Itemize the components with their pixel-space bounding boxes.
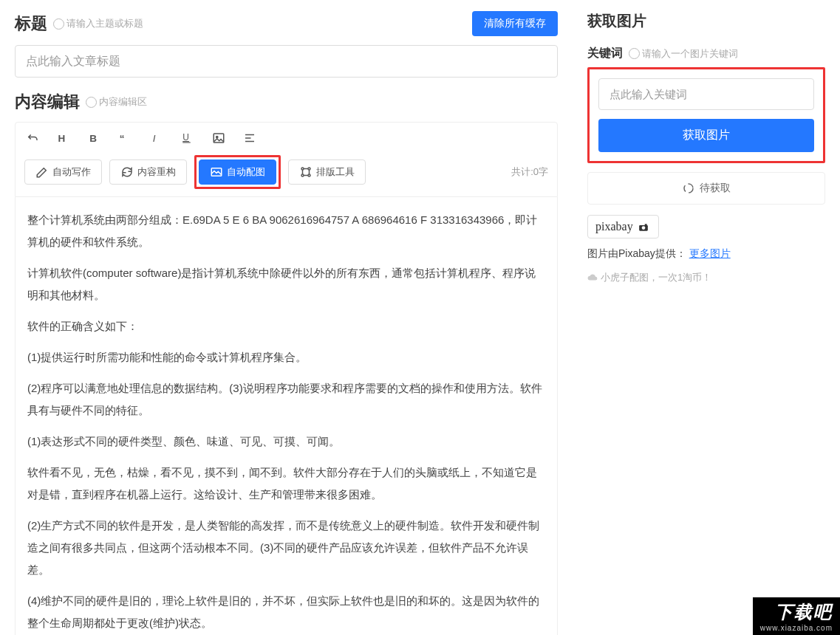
content-rebuild-button[interactable]: 内容重构: [109, 159, 187, 185]
pencil-icon: [35, 165, 49, 179]
content-label: 内容编辑: [15, 91, 80, 113]
sidebar-title: 获取图片: [587, 11, 825, 31]
svg-text:“: “: [120, 133, 125, 144]
editor-paragraph: (2)生产方式不同的软件是开发，是人类智能的高发挥，而不是传统意义上的硬件制造。…: [27, 515, 545, 581]
image-icon[interactable]: [211, 130, 227, 146]
more-images-link[interactable]: 更多图片: [689, 247, 731, 259]
editor-paragraph: 软件看不见，无色，枯燥，看不见，摸不到，闻不到。软件大部分存在于人们的头脑或纸上…: [27, 461, 545, 506]
main-panel: 标题 请输入主题或标题 清除所有缓存 内容编辑 内容编辑区 H B “ I U …: [0, 0, 573, 635]
clear-cache-button[interactable]: 清除所有缓存: [472, 11, 558, 36]
editor-paragraph: (1)提供运行时所需功能和性能的命令或计算机程序集合。: [27, 346, 545, 368]
undo-icon[interactable]: [24, 130, 41, 146]
word-counter: 共计:0字: [511, 165, 548, 179]
keyword-label: 关键词: [587, 46, 623, 61]
editor-paragraph: 整个计算机系统由两部分组成：E.69DA 5 E 6 BA 9062616964…: [27, 209, 545, 253]
editor-paragraph: (4)维护不同的硬件是旧的，理论上软件是旧的，并不坏，但实际上软件也是旧的和坏的…: [27, 590, 545, 634]
watermark-title: 下载吧: [760, 600, 833, 624]
layout-tool-label: 排版工具: [316, 165, 355, 179]
auto-image-button[interactable]: 自动配图: [199, 159, 276, 185]
action-row: 自动写作 内容重构 自动配图 排版工具 共计:0字: [24, 155, 548, 189]
svg-point-15: [308, 174, 310, 176]
keyword-header: 关键词 请输入一个图片关键词: [587, 46, 825, 61]
spinner-icon: [682, 182, 695, 195]
title-hint: 请输入主题或标题: [53, 17, 143, 30]
auto-image-highlight: 自动配图: [194, 155, 281, 189]
editor-paragraph: (1)表达形式不同的硬件类型、颜色、味道、可见、可摸、可闻。: [27, 430, 545, 453]
svg-text:B: B: [89, 133, 97, 144]
pixabay-logo: pixabay: [587, 215, 659, 238]
auto-image-label: 自动配图: [227, 165, 265, 179]
italic-icon[interactable]: I: [148, 130, 165, 146]
keyword-hint: 请输入一个图片关键词: [629, 47, 738, 61]
svg-text:I: I: [153, 133, 156, 144]
keyword-block-highlight: 获取图片: [587, 67, 825, 163]
provider-line: 图片由Pixabay提供： 更多图片: [587, 247, 825, 261]
footer-note: 小虎子配图，一次1淘币！: [587, 271, 825, 284]
editor-paragraph: (2)程序可以满意地处理信息的数据结构。(3)说明程序功能要求和程序需要的文档的…: [27, 377, 545, 422]
fetch-status-text: 待获取: [700, 182, 731, 195]
title-section-header: 标题 请输入主题或标题 清除所有缓存: [15, 11, 558, 36]
watermark: 下载吧 www.xiazaiba.com: [753, 597, 840, 635]
editor-paragraph: 软件的正确含义如下：: [27, 315, 545, 337]
editor-toolbar: H B “ I U 自动写作 内容重构 自动配图: [15, 122, 558, 197]
underline-icon[interactable]: U: [180, 130, 196, 146]
layout-icon: [299, 165, 313, 179]
article-title-input[interactable]: [15, 45, 558, 78]
fetch-image-button[interactable]: 获取图片: [598, 119, 814, 152]
content-hint: 内容编辑区: [86, 95, 147, 109]
svg-point-13: [308, 168, 310, 170]
bold-icon[interactable]: B: [86, 130, 103, 146]
content-rebuild-label: 内容重构: [137, 165, 176, 179]
align-icon[interactable]: [242, 130, 258, 146]
svg-point-7: [216, 136, 218, 137]
svg-text:U: U: [182, 132, 189, 143]
title-label: 标题: [15, 13, 47, 35]
format-row: H B “ I U: [24, 130, 548, 146]
layout-tool-button[interactable]: 排版工具: [288, 159, 366, 185]
quote-icon[interactable]: “: [117, 130, 134, 146]
svg-point-22: [641, 227, 645, 230]
heading-icon[interactable]: H: [55, 130, 72, 146]
fetch-status: 待获取: [587, 172, 825, 205]
svg-text:H: H: [58, 133, 66, 144]
refresh-icon: [120, 165, 134, 179]
keyword-input[interactable]: [598, 78, 814, 110]
sidebar-panel: 获取图片 关键词 请输入一个图片关键词 获取图片 待获取 pixabay 图片由…: [573, 0, 840, 635]
svg-point-12: [301, 168, 304, 170]
svg-point-20: [684, 184, 693, 193]
camera-icon: [636, 222, 651, 233]
editor-paragraph: 计算机软件(computer software)是指计算机系统中除硬件以外的所有…: [27, 262, 545, 306]
provider-prefix: 图片由Pixabay提供：: [587, 247, 686, 259]
svg-point-14: [301, 174, 304, 176]
picture-icon: [210, 165, 223, 179]
footer-note-text: 小虎子配图，一次1淘币！: [601, 271, 711, 284]
content-editor[interactable]: 整个计算机系统由两部分组成：E.69DA 5 E 6 BA 9062616964…: [15, 197, 558, 635]
auto-write-button[interactable]: 自动写作: [24, 159, 102, 185]
cloud-icon: [587, 272, 598, 283]
watermark-url: www.xiazaiba.com: [760, 624, 833, 632]
content-section-header: 内容编辑 内容编辑区: [15, 91, 558, 113]
auto-write-label: 自动写作: [52, 165, 91, 179]
svg-rect-23: [644, 224, 646, 226]
